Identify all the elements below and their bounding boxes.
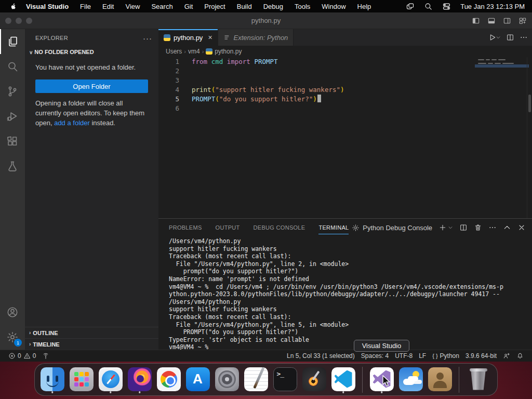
activity-item-search[interactable] <box>0 54 25 79</box>
dock-item-weather[interactable] <box>398 366 423 394</box>
python-interpreter-status[interactable]: 3.9.6 64-bit <box>462 352 500 360</box>
maximize-panel-icon[interactable] <box>503 223 511 232</box>
dock-item-firefox[interactable] <box>127 366 152 394</box>
breadcrumb-item[interactable]: python.py <box>215 48 242 55</box>
window-switcher-icon[interactable] <box>406 2 415 11</box>
problems-status[interactable]: 0 0 <box>5 350 39 362</box>
status-bar: 0 0 Ln 5, Col 33 (1 selected) Spaces: 4 … <box>0 350 532 362</box>
sidebar-section-timeline[interactable]: ›TIMELINE <box>25 338 158 350</box>
encoding-status[interactable]: UTF-8 <box>392 352 416 360</box>
chevron-down-icon[interactable] <box>496 35 501 40</box>
activity-item-source-control[interactable] <box>0 79 25 104</box>
cursor-position-status[interactable]: Ln 5, Col 33 (1 selected) <box>284 352 358 360</box>
menu-item-project[interactable]: Project <box>204 3 225 10</box>
language-mode-status[interactable]: { } Python <box>429 352 462 360</box>
dock-item-safari[interactable] <box>98 366 123 394</box>
activity-item-settings[interactable]: 1 <box>0 325 25 350</box>
control-center-icon[interactable] <box>442 2 451 11</box>
editor-tab-python-py[interactable]: python.py× <box>158 29 218 46</box>
menu-item-edit[interactable]: Edit <box>102 3 114 10</box>
breadcrumb-item[interactable]: Users <box>166 48 182 55</box>
dock-item-launchpad[interactable] <box>69 366 94 394</box>
add-folder-link[interactable]: add a folder <box>54 119 90 127</box>
activity-item-extensions[interactable] <box>0 129 25 154</box>
indentation-status[interactable]: Spaces: 4 <box>358 352 392 360</box>
close-panel-icon[interactable] <box>517 223 526 232</box>
dock-item-chrome[interactable] <box>156 366 181 394</box>
terminal-line: File "/Users/vm4/python.py", line 5, in … <box>169 321 532 329</box>
terminal-output[interactable]: /Users/vm4/python.pysupport hitler fucki… <box>158 236 532 350</box>
eol-status[interactable]: LF <box>416 352 429 360</box>
breadcrumb: Users›vm4›python.py <box>158 46 532 57</box>
new-terminal-button[interactable] <box>438 223 453 232</box>
dock-item-system-settings[interactable] <box>215 366 239 394</box>
panel-more-actions-icon[interactable] <box>488 223 497 232</box>
code-line-6[interactable]: 6 <box>158 104 532 113</box>
menu-item-visual-studio[interactable]: Visual Studio <box>26 3 69 10</box>
menu-item-file[interactable]: File <box>80 3 91 10</box>
dock-item-finder[interactable] <box>40 366 64 394</box>
activity-item-run-and-debug[interactable] <box>0 104 25 129</box>
editor-scrollbar[interactable] <box>527 57 532 218</box>
vscode-icon <box>331 367 355 391</box>
spotlight-search-icon[interactable] <box>424 2 433 11</box>
close-window-button[interactable] <box>5 18 11 24</box>
panel-tab-output[interactable]: OUTPUT <box>216 219 240 236</box>
editor-tab-extension-python[interactable]: Extension: Python <box>218 29 294 46</box>
activity-item-testing[interactable] <box>0 154 25 179</box>
split-terminal-icon[interactable] <box>459 223 468 232</box>
menu-item-search[interactable]: Search <box>151 3 172 10</box>
dock-item-contacts[interactable] <box>428 366 452 394</box>
kill-terminal-icon[interactable] <box>474 223 482 232</box>
more-actions-icon[interactable] <box>520 33 528 42</box>
toggle-panel-icon[interactable] <box>487 17 496 25</box>
activity-item-explorer[interactable] <box>0 29 25 54</box>
no-folder-opened-section[interactable]: ∨ NO FOLDER OPENED <box>25 47 158 57</box>
menu-item-debug[interactable]: Debug <box>263 3 283 10</box>
apple-logo-icon[interactable] <box>7 3 19 10</box>
customize-layout-icon[interactable] <box>518 17 527 25</box>
minimap[interactable] <box>478 59 525 66</box>
dock-item-garageband[interactable] <box>302 366 326 394</box>
terminal-line: File "/Users/vm4/python.py", line 2, in … <box>169 260 532 268</box>
menu-item-window[interactable]: Window <box>322 3 345 10</box>
ports-status[interactable] <box>39 350 52 362</box>
run-python-file-button[interactable] <box>488 33 501 42</box>
code-line-4[interactable]: 4print("support hitler fucking wankers") <box>158 85 532 95</box>
dock-item-vscode[interactable] <box>331 366 355 394</box>
menu-item-tools[interactable]: Tools <box>295 3 310 10</box>
open-folder-button[interactable]: Open Folder <box>35 79 148 93</box>
menu-bar-clock[interactable]: Tue Jan 23 12:13 PM <box>460 3 525 10</box>
panel-tab-debug-console[interactable]: DEBUG CONSOLE <box>254 219 305 236</box>
split-editor-icon[interactable] <box>506 33 514 42</box>
chevron-down-icon[interactable] <box>448 225 453 230</box>
panel-tab-terminal[interactable]: TERMINAL <box>318 219 349 236</box>
breadcrumb-item[interactable]: vm4 <box>188 48 200 55</box>
menu-item-git[interactable]: Git <box>184 3 193 10</box>
menu-item-help[interactable]: Help <box>357 3 371 10</box>
code-line-2[interactable]: 2 <box>158 66 532 76</box>
toggle-primary-sidebar-icon[interactable] <box>472 17 480 25</box>
code-editor[interactable]: 1from cmd import PROMPT234print("support… <box>158 57 532 218</box>
feedback-status[interactable] <box>500 352 513 360</box>
close-tab-icon[interactable]: × <box>208 33 212 42</box>
notifications-status[interactable] <box>513 352 527 360</box>
sidebar-section-outline[interactable]: ›OUTLINE <box>25 327 158 338</box>
dock-item-textedit[interactable] <box>244 366 268 394</box>
zoom-window-button[interactable] <box>26 18 32 24</box>
activity-item-accounts[interactable] <box>0 300 25 325</box>
toggle-secondary-sidebar-icon[interactable] <box>503 17 511 25</box>
dock-item-terminal[interactable] <box>273 366 297 394</box>
code-line-3[interactable]: 3 <box>158 76 532 85</box>
dock-item-trash[interactable] <box>466 366 490 394</box>
dock-item-app-store[interactable] <box>185 366 210 394</box>
minimize-window-button[interactable] <box>16 18 22 24</box>
panel-tab-problems[interactable]: PROBLEMS <box>169 219 202 236</box>
window-titlebar[interactable]: python.py <box>0 12 532 29</box>
terminal-line: Traceback (most recent call last): <box>169 313 532 321</box>
menu-item-build[interactable]: Build <box>237 3 252 10</box>
terminal-session-selector[interactable]: Python Debug Console <box>352 224 432 232</box>
menu-item-view[interactable]: View <box>125 3 140 10</box>
code-line-5[interactable]: 5PROMPT("do you support hitler?") <box>158 95 532 104</box>
sidebar-more-actions-icon[interactable]: ··· <box>143 34 152 43</box>
